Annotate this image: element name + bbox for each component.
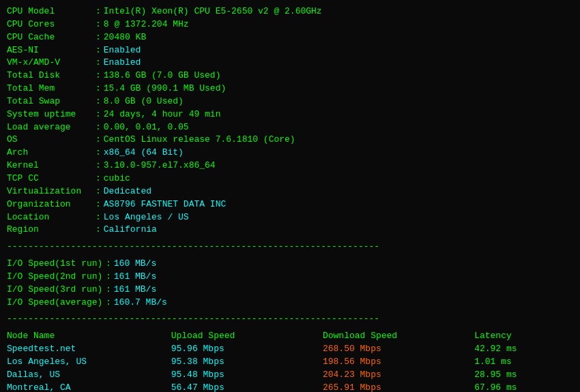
cell-upload: 95.96 Mbps bbox=[171, 343, 323, 356]
tcp-cc-label: TCP CC bbox=[7, 172, 96, 185]
virtualization-label: Virtualization bbox=[7, 185, 96, 198]
total-swap-row: Total Swap : 8.0 GB (0 Used) bbox=[7, 95, 573, 108]
cell-download: 204.23 Mbps bbox=[323, 369, 474, 382]
io-run1-label: I/O Speed(1st run) bbox=[7, 258, 106, 271]
io-run3-label: I/O Speed(3rd run) bbox=[7, 284, 106, 297]
io-avg-label: I/O Speed(average) bbox=[7, 297, 106, 310]
arch-value: x86_64 (64 Bit) bbox=[104, 147, 184, 160]
cell-node: Dallas, US bbox=[7, 369, 171, 382]
total-disk-label: Total Disk bbox=[7, 70, 96, 82]
io-avg-row: I/O Speed(average) : 160.7 MB/s bbox=[7, 297, 573, 310]
separator-1: ----------------------------------------… bbox=[7, 241, 573, 254]
system-uptime-label: System uptime bbox=[7, 108, 96, 121]
table-row: Speedtest.net95.96 Mbps268.50 Mbps42.92 … bbox=[7, 343, 573, 356]
io-section: I/O Speed(1st run) : 160 MB/s I/O Speed(… bbox=[7, 258, 573, 309]
cell-latency: 1.01 ms bbox=[474, 356, 573, 369]
cell-latency: 67.96 ms bbox=[474, 382, 573, 392]
organization-value: AS8796 FASTNET DATA INC bbox=[104, 198, 226, 211]
load-average-value: 0.00, 0.01, 0.05 bbox=[104, 121, 189, 134]
os-value: CentOS Linux release 7.6.1810 (Core) bbox=[104, 134, 295, 147]
kernel-row: Kernel : 3.10.0-957.el7.x86_64 bbox=[7, 160, 573, 172]
table-row: Dallas, US95.48 Mbps204.23 Mbps28.95 ms bbox=[7, 369, 573, 382]
total-swap-value: 8.0 GB (0 Used) bbox=[104, 95, 184, 108]
location-value: Los Angeles / US bbox=[104, 211, 189, 224]
aes-ni-value: Enabled bbox=[104, 44, 141, 57]
header-latency: Latency bbox=[474, 330, 573, 343]
cell-download: 198.56 Mbps bbox=[323, 356, 474, 369]
total-swap-label: Total Swap bbox=[7, 95, 96, 108]
io-avg-value: 160.7 MB/s bbox=[114, 297, 167, 310]
header-node: Node Name bbox=[7, 330, 171, 343]
aes-ni-row: AES-NI : Enabled bbox=[7, 44, 573, 57]
speed-table-container: Node Name Upload Speed Download Speed La… bbox=[7, 330, 573, 392]
load-average-row: Load average : 0.00, 0.01, 0.05 bbox=[7, 121, 573, 134]
total-mem-row: Total Mem : 15.4 GB (990.1 MB Used) bbox=[7, 82, 573, 95]
arch-row: Arch : x86_64 (64 Bit) bbox=[7, 147, 573, 160]
location-row: Location : Los Angeles / US bbox=[7, 211, 573, 224]
tcp-cc-value: cubic bbox=[104, 172, 130, 185]
separator-2: ----------------------------------------… bbox=[7, 313, 573, 326]
kernel-value: 3.10.0-957.el7.x86_64 bbox=[104, 160, 216, 172]
total-disk-row: Total Disk : 138.6 GB (7.0 GB Used) bbox=[7, 70, 573, 82]
cell-upload: 95.38 Mbps bbox=[171, 356, 323, 369]
cell-node: Speedtest.net bbox=[7, 343, 171, 356]
cell-upload: 95.48 Mbps bbox=[171, 369, 323, 382]
cpu-cache-row: CPU Cache : 20480 KB bbox=[7, 31, 573, 44]
system-info: CPU Model : Intel(R) Xeon(R) CPU E5-2650… bbox=[7, 5, 573, 237]
virtualization-row: Virtualization : Dedicated bbox=[7, 185, 573, 198]
speed-table: Node Name Upload Speed Download Speed La… bbox=[7, 330, 573, 392]
cpu-cores-label: CPU Cores bbox=[7, 18, 96, 31]
cpu-cores-row: CPU Cores : 8 @ 1372.204 MHz bbox=[7, 18, 573, 31]
cell-download: 265.91 Mbps bbox=[323, 382, 474, 392]
total-mem-value: 15.4 GB (990.1 MB Used) bbox=[104, 82, 226, 95]
cell-node: Los Angeles, US bbox=[7, 356, 171, 369]
cpu-model-label: CPU Model bbox=[7, 5, 96, 18]
io-run2-row: I/O Speed(2nd run) : 161 MB/s bbox=[7, 271, 573, 284]
io-run1-value: 160 MB/s bbox=[114, 258, 156, 271]
kernel-label: Kernel bbox=[7, 160, 96, 172]
system-uptime-row: System uptime : 24 days, 4 hour 49 min bbox=[7, 108, 573, 121]
cpu-model-value: Intel(R) Xeon(R) CPU E5-2650 v2 @ 2.60GH… bbox=[104, 5, 322, 18]
total-disk-value: 138.6 GB (7.0 GB Used) bbox=[104, 70, 221, 82]
cell-upload: 56.47 Mbps bbox=[171, 382, 323, 392]
table-row: Los Angeles, US95.38 Mbps198.56 Mbps1.01… bbox=[7, 356, 573, 369]
organization-label: Organization bbox=[7, 198, 96, 211]
tcp-cc-row: TCP CC : cubic bbox=[7, 172, 573, 185]
cell-node: Montreal, CA bbox=[7, 382, 171, 392]
os-row: OS : CentOS Linux release 7.6.1810 (Core… bbox=[7, 134, 573, 147]
cpu-model-row: CPU Model : Intel(R) Xeon(R) CPU E5-2650… bbox=[7, 5, 573, 18]
cell-download: 268.50 Mbps bbox=[323, 343, 474, 356]
io-run1-row: I/O Speed(1st run) : 160 MB/s bbox=[7, 258, 573, 271]
io-run3-row: I/O Speed(3rd run) : 161 MB/s bbox=[7, 284, 573, 297]
vm-amd-value: Enabled bbox=[104, 57, 141, 70]
location-label: Location bbox=[7, 211, 96, 224]
vm-amd-row: VM-x/AMD-V : Enabled bbox=[7, 57, 573, 70]
speed-table-header: Node Name Upload Speed Download Speed La… bbox=[7, 330, 573, 343]
total-mem-label: Total Mem bbox=[7, 82, 96, 95]
io-run3-value: 161 MB/s bbox=[114, 284, 156, 297]
cpu-cores-value: 8 @ 1372.204 MHz bbox=[104, 18, 189, 31]
region-label: Region bbox=[7, 224, 96, 237]
region-value: California bbox=[104, 224, 157, 237]
vm-amd-label: VM-x/AMD-V bbox=[7, 57, 96, 70]
cell-latency: 42.92 ms bbox=[474, 343, 573, 356]
system-uptime-value: 24 days, 4 hour 49 min bbox=[104, 108, 221, 121]
cpu-cache-value: 20480 KB bbox=[104, 31, 146, 44]
region-row: Region : California bbox=[7, 224, 573, 237]
aes-ni-label: AES-NI bbox=[7, 44, 96, 57]
os-label: OS bbox=[7, 134, 96, 147]
load-average-label: Load average bbox=[7, 121, 96, 134]
io-run2-label: I/O Speed(2nd run) bbox=[7, 271, 106, 284]
virtualization-value: Dedicated bbox=[104, 185, 151, 198]
header-upload: Upload Speed bbox=[171, 330, 323, 343]
organization-row: Organization : AS8796 FASTNET DATA INC bbox=[7, 198, 573, 211]
arch-label: Arch bbox=[7, 147, 96, 160]
header-download: Download Speed bbox=[323, 330, 474, 343]
io-run2-value: 161 MB/s bbox=[114, 271, 156, 284]
table-row: Montreal, CA56.47 Mbps265.91 Mbps67.96 m… bbox=[7, 382, 573, 392]
cpu-cache-label: CPU Cache bbox=[7, 31, 96, 44]
cell-latency: 28.95 ms bbox=[474, 369, 573, 382]
